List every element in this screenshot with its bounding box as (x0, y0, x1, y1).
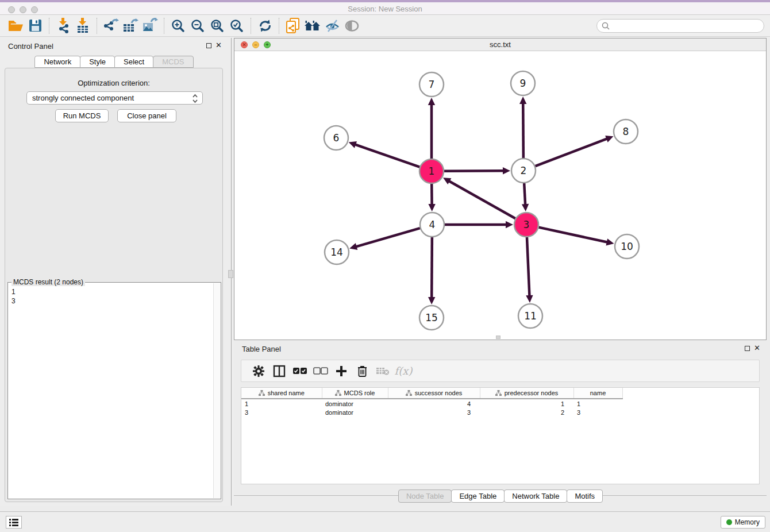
zoom-out-icon[interactable] (188, 17, 207, 35)
status-bar: Memory (0, 511, 770, 532)
float-panel-icon[interactable] (206, 43, 211, 48)
export-network-icon[interactable] (101, 17, 121, 35)
criterion-select[interactable]: strongly connected component (26, 91, 203, 105)
graph-edge-2-3[interactable] (524, 183, 525, 205)
cell-successor-nodes[interactable]: 4 (388, 399, 480, 408)
search-box[interactable] (596, 19, 764, 33)
new-network-from-selection-icon[interactable] (283, 17, 303, 35)
graph-node-label: 15 (425, 312, 438, 323)
graph-edge-arrow-icon (428, 297, 435, 304)
tab-motifs[interactable]: Motifs (567, 489, 603, 503)
cell-successor-nodes[interactable]: 3 (388, 408, 480, 417)
toolbar-separator (279, 18, 279, 34)
open-session-icon[interactable] (6, 17, 25, 35)
cell-name[interactable]: 1 (573, 399, 622, 408)
search-input[interactable] (610, 22, 754, 30)
column-header-shared-name[interactable]: shared name (241, 388, 322, 399)
import-network-icon[interactable] (53, 17, 73, 35)
cell-shared-name[interactable]: 1 (241, 399, 322, 408)
table-header-row[interactable]: shared name MCDS role successor nodes pr… (241, 388, 622, 399)
node-table[interactable]: shared name MCDS role successor nodes pr… (241, 387, 760, 484)
export-table-icon[interactable] (121, 17, 140, 35)
mcds-result-box: MCDS result (2 nodes) 1 3 (7, 282, 221, 499)
cell-predecessor-nodes[interactable]: 2 (480, 408, 573, 417)
mcds-result-scrollbar[interactable] (213, 283, 220, 498)
zoom-selected-icon[interactable] (227, 17, 247, 35)
tab-select[interactable]: Select (114, 56, 153, 68)
float-table-panel-icon[interactable] (745, 346, 750, 351)
splitter-handle-icon[interactable] (228, 270, 233, 278)
first-neighbors-icon[interactable] (303, 17, 322, 35)
graph-edge-3-11[interactable] (527, 237, 530, 296)
create-column-icon[interactable] (331, 363, 352, 380)
table-settings-gear-icon[interactable] (248, 363, 269, 380)
table-row[interactable]: 1 dominator 4 1 1 (241, 399, 622, 408)
graph-edge-3-10[interactable] (538, 228, 607, 242)
memory-button[interactable]: Memory (721, 516, 765, 529)
select-all-columns-icon[interactable] (290, 363, 310, 380)
graph-edge-3-1[interactable] (449, 181, 515, 219)
table-tabs: Node Table Edge Table Network Table Moti… (234, 495, 767, 510)
tab-edge-table[interactable]: Edge Table (451, 489, 505, 503)
task-history-button[interactable] (6, 516, 22, 529)
column-header-name[interactable]: name (573, 388, 622, 399)
tab-mcds[interactable]: MCDS (153, 56, 193, 68)
column-header-successor-nodes[interactable]: successor nodes (388, 388, 480, 399)
zoom-fit-icon[interactable] (207, 17, 227, 35)
cell-shared-name[interactable]: 3 (241, 408, 322, 417)
tab-node-table[interactable]: Node Table (398, 489, 452, 503)
run-mcds-button[interactable]: Run MCDS (55, 109, 109, 122)
toolbar-separator (97, 18, 97, 34)
zoom-in-icon[interactable] (168, 17, 188, 35)
mcds-tab-content: Optimization criterion: strongly connect… (5, 68, 223, 502)
graph-node-label: 14 (330, 246, 343, 258)
tab-network-table[interactable]: Network Table (504, 489, 567, 503)
network-window-title: scc.txt (234, 40, 766, 49)
graph-node-label: 1 (429, 165, 435, 177)
graph-edge-4-14[interactable] (356, 228, 420, 246)
graph-edge-4-15[interactable] (432, 237, 432, 298)
show-column-panel-icon[interactable] (269, 363, 290, 380)
graph-edge-arrow-icon (349, 141, 357, 148)
apply-layout-icon[interactable] (255, 17, 275, 35)
column-type-icon (406, 390, 412, 396)
show-all-icon[interactable] (342, 17, 361, 35)
mcds-result-text[interactable]: 1 3 (9, 287, 213, 498)
canvas-splitter-grip[interactable] (496, 336, 500, 339)
graph-edge-arrow-icon (522, 204, 529, 211)
hide-selected-icon[interactable] (322, 17, 342, 35)
graph-edge-2-9[interactable] (523, 103, 523, 158)
graph-edge-2-8[interactable] (536, 138, 608, 166)
graph-edge-1-6[interactable] (355, 144, 419, 167)
close-table-panel-icon[interactable]: ✕ (754, 344, 760, 352)
delete-column-icon[interactable] (352, 363, 372, 380)
cell-predecessor-nodes[interactable]: 1 (480, 399, 573, 408)
close-panel-icon[interactable]: ✕ (215, 41, 222, 49)
table-row[interactable]: 3 dominator 3 2 3 (241, 408, 622, 417)
panel-splitter[interactable] (228, 38, 234, 506)
graph-edge-1-2[interactable] (444, 171, 504, 171)
criterion-value: strongly connected component (32, 94, 134, 102)
tab-style[interactable]: Style (80, 56, 115, 68)
network-graph[interactable]: 7968124314101511 (234, 51, 766, 340)
export-image-icon[interactable] (140, 17, 160, 35)
network-canvas[interactable]: 7968124314101511 (234, 51, 766, 340)
graph-edge-arrow-icon (428, 204, 435, 211)
cell-mcds-role[interactable]: dominator (322, 408, 388, 417)
network-window-titlebar[interactable]: ✕ − + scc.txt (234, 38, 766, 51)
graph-node-label: 8 (623, 126, 629, 137)
save-session-icon[interactable] (25, 17, 45, 35)
control-panel: Control Panel ✕ Network Style Select MCD… (0, 38, 228, 506)
import-table-icon[interactable] (73, 17, 93, 35)
cell-mcds-role[interactable]: dominator (322, 399, 388, 408)
column-header-mcds-role[interactable]: MCDS role (322, 388, 388, 399)
cell-name[interactable]: 3 (573, 408, 622, 417)
tab-network[interactable]: Network (34, 56, 80, 68)
toolbar-separator (164, 18, 164, 34)
select-stepper-icon (192, 93, 198, 106)
close-panel-button[interactable]: Close panel (117, 109, 176, 122)
column-header-predecessor-nodes[interactable]: predecessor nodes (480, 388, 573, 399)
list-icon (9, 518, 19, 527)
deselect-all-columns-icon[interactable] (310, 363, 331, 380)
graph-edge-arrow-icon (506, 221, 513, 228)
